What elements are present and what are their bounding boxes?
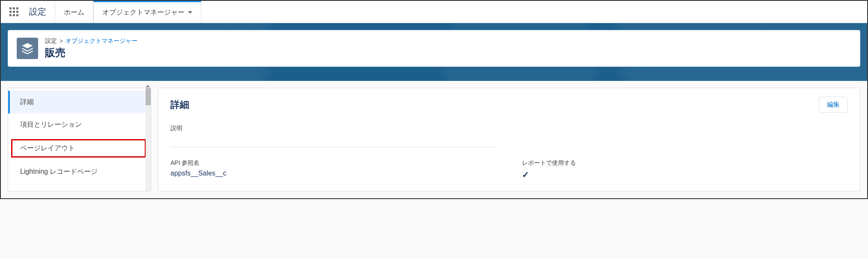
layers-icon (21, 42, 34, 55)
sidebar-item-label: 項目とリレーション (20, 121, 82, 128)
sidebar-item-detail[interactable]: 詳細 (8, 91, 151, 113)
page-title: 販売 (45, 46, 137, 60)
field-label: レポートで使用する (522, 159, 848, 167)
scroll-up-icon (146, 85, 150, 87)
sidebar-item-label: ページレイアウト (20, 144, 75, 152)
main-panel: 詳細 編集 説明 API 参照名 appsfs__Sales__c レポートで使… (158, 88, 860, 191)
chevron-down-icon (188, 11, 192, 14)
detail-grid: 説明 API 参照名 appsfs__Sales__c レポートで使用する ✓ (170, 125, 848, 182)
sidebar-item-label: Lightning レコードページ (20, 168, 98, 175)
field-label: API 参照名 (170, 159, 496, 167)
sidebar-item-label: 詳細 (20, 98, 34, 105)
field-value: appsfs__Sales__c (170, 170, 496, 179)
breadcrumb-link[interactable]: オブジェクトマネージャー (66, 37, 137, 45)
panel-title: 詳細 (170, 98, 189, 111)
sidebar-item-page-layouts[interactable]: ページレイアウト (10, 138, 147, 159)
nav-tabs: ホーム オブジェクトマネージャー (55, 1, 201, 23)
waffle-icon (9, 7, 18, 16)
sidebar-item-lightning-pages[interactable]: Lightning レコードページ (8, 161, 151, 183)
field-value (170, 135, 496, 144)
content: 詳細 項目とリレーション ページレイアウト Lightning レコードページ … (1, 81, 867, 198)
global-header: 設定 ホーム オブジェクトマネージャー (1, 1, 867, 23)
sidebar-item-fields[interactable]: 項目とリレーション (8, 113, 151, 136)
breadcrumb-root: 設定 (45, 37, 57, 45)
tab-home[interactable]: ホーム (55, 1, 93, 23)
panel-header: 詳細 編集 (170, 97, 848, 113)
banner: 設定 > オブジェクトマネージャー 販売 (1, 23, 867, 81)
sidebar: 詳細 項目とリレーション ページレイアウト Lightning レコードページ (8, 88, 151, 191)
tab-label: ホーム (64, 8, 84, 17)
tab-object-manager[interactable]: オブジェクトマネージャー (93, 1, 201, 23)
page-header: 設定 > オブジェクトマネージャー 販売 (8, 30, 860, 67)
breadcrumb: 設定 > オブジェクトマネージャー (45, 37, 137, 45)
app-launcher-icon[interactable] (1, 7, 27, 16)
app-title: 設定 (27, 6, 55, 18)
object-icon (17, 38, 38, 59)
field-description: 説明 (170, 125, 496, 147)
check-icon: ✓ (522, 170, 529, 179)
edit-button[interactable]: 編集 (819, 97, 848, 113)
tab-label: オブジェクトマネージャー (102, 8, 185, 17)
scrollbar-thumb[interactable] (146, 88, 151, 105)
field-api-name: API 参照名 appsfs__Sales__c (170, 159, 496, 182)
field-use-in-report: レポートで使用する ✓ (522, 159, 848, 182)
field-label: 説明 (170, 125, 496, 132)
field-value: ✓ (522, 170, 848, 180)
breadcrumb-separator: > (60, 38, 63, 45)
scrollbar[interactable] (146, 88, 151, 191)
